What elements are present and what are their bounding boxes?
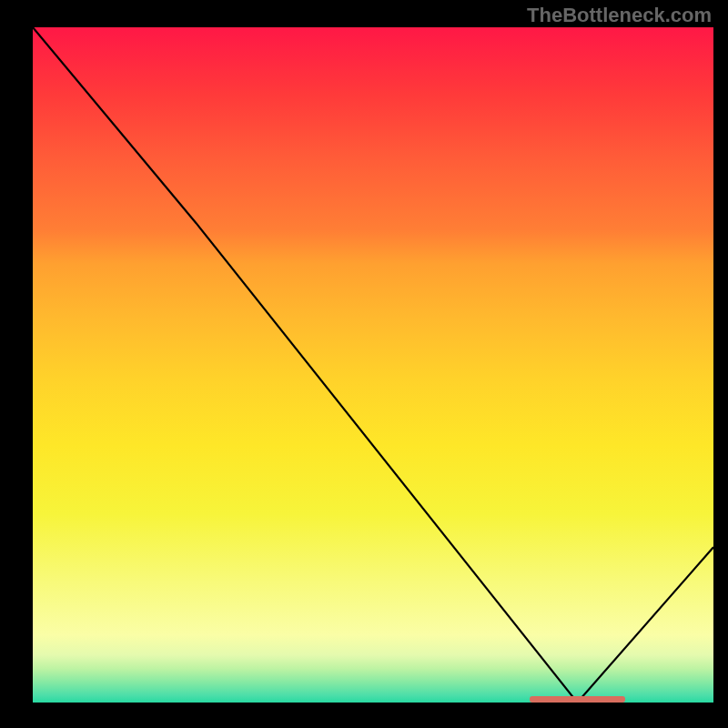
bottleneck-curve: [33, 27, 713, 703]
chart-plot-area: [33, 27, 713, 703]
optimal-range-marker: [530, 696, 625, 703]
watermark-text: TheBottleneck.com: [527, 4, 712, 27]
